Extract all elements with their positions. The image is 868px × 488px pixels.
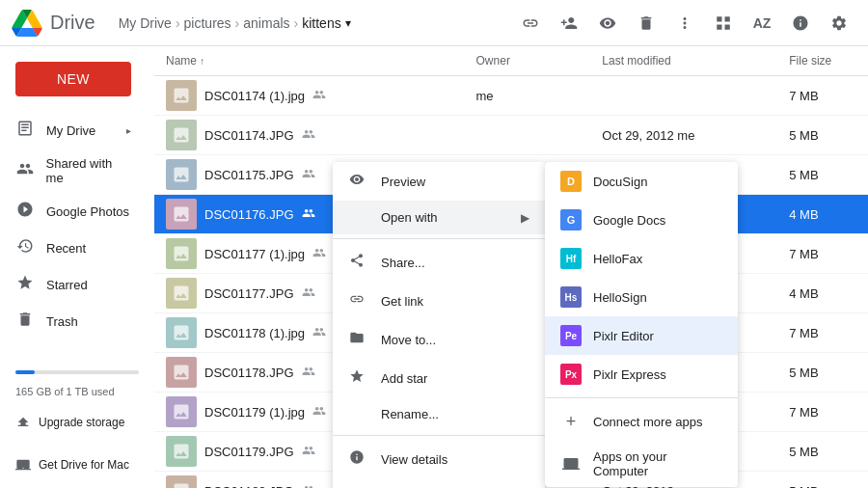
- file-size: 5 MB: [777, 472, 868, 489]
- menu-open-with[interactable]: Open with ▶: [333, 201, 545, 234]
- pixlr-editor-label: Pixlr Editor: [593, 329, 654, 343]
- breadcrumb-my-drive[interactable]: My Drive: [119, 15, 172, 31]
- file-modified: Oct 29, 2012 me: [590, 116, 777, 155]
- settings-button[interactable]: [822, 6, 856, 41]
- file-thumbnail: [166, 396, 197, 427]
- menu-rename[interactable]: Rename...: [333, 397, 545, 431]
- file-thumbnail: [166, 199, 197, 230]
- apps-computer-label: Apps on your Computer: [593, 449, 722, 478]
- column-size[interactable]: File size: [777, 46, 868, 76]
- info-button[interactable]: [783, 6, 818, 41]
- get-drive-button[interactable]: Get Drive for Mac: [0, 449, 154, 480]
- file-size: 5 MB: [777, 116, 868, 155]
- menu-share[interactable]: Share...: [333, 243, 545, 282]
- submenu-connect-more[interactable]: + Connect more apps: [545, 402, 738, 441]
- pixlr-express-label: Pixlr Express: [593, 367, 666, 382]
- upgrade-storage-button[interactable]: Upgrade storage: [0, 407, 154, 438]
- menu-move-label: Move to...: [381, 333, 436, 347]
- connect-apps-icon: +: [560, 411, 582, 432]
- column-modified[interactable]: Last modified: [590, 46, 777, 76]
- az-icon: AZ: [753, 15, 772, 31]
- google-docs-icon: G: [560, 209, 582, 230]
- share-menu-icon: [348, 253, 366, 272]
- breadcrumb-pictures[interactable]: pictures: [184, 15, 231, 31]
- column-owner[interactable]: Owner: [465, 46, 591, 76]
- sidebar-item-trash[interactable]: Trash: [0, 303, 147, 339]
- menu-divider-1: [333, 238, 545, 239]
- sort-button[interactable]: AZ: [745, 6, 779, 41]
- submenu-apps-on-computer[interactable]: Apps on your Computer: [545, 441, 738, 487]
- visibility-icon: [599, 14, 616, 32]
- sidebar-item-recent[interactable]: Recent: [0, 230, 147, 266]
- file-size: 5 MB: [777, 155, 868, 195]
- shared-user-icon: [302, 127, 315, 144]
- menu-preview-label: Preview: [381, 175, 425, 189]
- person-add-icon: [560, 14, 578, 32]
- menu-rename-label: Rename...: [381, 407, 439, 421]
- grid-view-button[interactable]: [706, 6, 741, 41]
- table-row[interactable]: DSC01174.JPG Oct 29, 2012 me5 MB: [154, 116, 868, 155]
- more-vert-button[interactable]: [667, 6, 702, 41]
- drive-title: Drive: [50, 12, 95, 34]
- shared-user-icon: [302, 206, 315, 223]
- breadcrumb-sep-1: ›: [176, 15, 180, 31]
- sidebar-photos-label: Google Photos: [46, 204, 129, 219]
- file-thumbnail: [166, 238, 197, 269]
- breadcrumb-current[interactable]: kittens ▾: [302, 15, 350, 31]
- menu-add-star[interactable]: Add star: [333, 359, 545, 397]
- submenu-pixlr-editor[interactable]: Pe Pixlr Editor: [545, 316, 738, 355]
- file-table-header: Name ↑ Owner Last modified File size: [154, 46, 868, 76]
- file-size: 7 MB: [777, 76, 868, 116]
- file-name: DSC01174.JPG: [204, 128, 294, 143]
- file-size: 5 MB: [777, 353, 868, 393]
- link-button[interactable]: [513, 6, 548, 41]
- submenu-pixlr-express[interactable]: Px Pixlr Express: [545, 355, 738, 393]
- file-name: DSC01177 (1).jpg: [204, 247, 305, 261]
- submenu-hellosign[interactable]: Hs HelloSign: [545, 278, 738, 316]
- file-name: DSC01178 (1).jpg: [204, 326, 305, 340]
- menu-manage-versions[interactable]: Manage versions...: [333, 478, 545, 488]
- file-thumbnail: [166, 159, 197, 190]
- file-thumbnail: [166, 436, 197, 467]
- menu-get-link[interactable]: Get link: [333, 282, 545, 320]
- menu-share-label: Share...: [381, 256, 425, 270]
- header: Drive My Drive › pictures › animals › ki…: [0, 0, 868, 46]
- storage-text: 165 GB of 1 TB used: [15, 386, 115, 397]
- delete-button[interactable]: [629, 6, 664, 41]
- file-name: DSC01177.JPG: [204, 286, 294, 301]
- shared-user-icon: [302, 285, 315, 302]
- submenu-hellofax[interactable]: Hf HelloFax: [545, 239, 738, 278]
- breadcrumb-animals[interactable]: animals: [243, 15, 289, 31]
- info-menu-icon: [348, 449, 366, 469]
- preview-button[interactable]: [590, 6, 625, 41]
- sidebar-item-shared-with-me[interactable]: Shared with me: [0, 149, 147, 193]
- sidebar-item-google-photos[interactable]: Google Photos: [0, 193, 147, 230]
- menu-move-to[interactable]: Move to...: [333, 320, 545, 359]
- file-thumbnail: [166, 357, 197, 388]
- my-drive-icon: [15, 120, 35, 141]
- shared-icon: [15, 160, 35, 181]
- file-size: 4 MB: [777, 274, 868, 313]
- submenu-docusign[interactable]: D DocuSign: [545, 162, 738, 201]
- table-row[interactable]: DSC01174 (1).jpg me7 MB: [154, 76, 868, 116]
- storage-section: 165 GB of 1 TB used: [0, 355, 154, 407]
- submenu-google-docs[interactable]: G Google Docs: [545, 201, 738, 239]
- menu-preview[interactable]: Preview: [333, 162, 545, 201]
- computer-icon: [15, 457, 31, 473]
- delete-icon: [637, 14, 655, 32]
- grid-icon: [715, 14, 732, 32]
- add-person-button[interactable]: [552, 6, 586, 41]
- menu-get-link-label: Get link: [381, 294, 423, 309]
- pixlr-express-icon: Px: [560, 364, 582, 385]
- link-menu-icon: [348, 291, 366, 311]
- new-button[interactable]: NEW: [15, 62, 131, 96]
- open-with-submenu: D DocuSign G Google Docs Hf HelloFax Hs …: [545, 162, 738, 487]
- column-name[interactable]: Name ↑: [154, 46, 465, 76]
- file-size: 5 MB: [777, 432, 868, 472]
- shared-user-icon: [302, 167, 315, 183]
- file-owner: me: [465, 76, 591, 116]
- sidebar-item-my-drive[interactable]: My Drive ▸: [0, 112, 147, 149]
- header-actions: AZ: [513, 6, 856, 41]
- sidebar-item-starred[interactable]: Starred: [0, 266, 147, 303]
- menu-view-details[interactable]: View details: [333, 440, 545, 478]
